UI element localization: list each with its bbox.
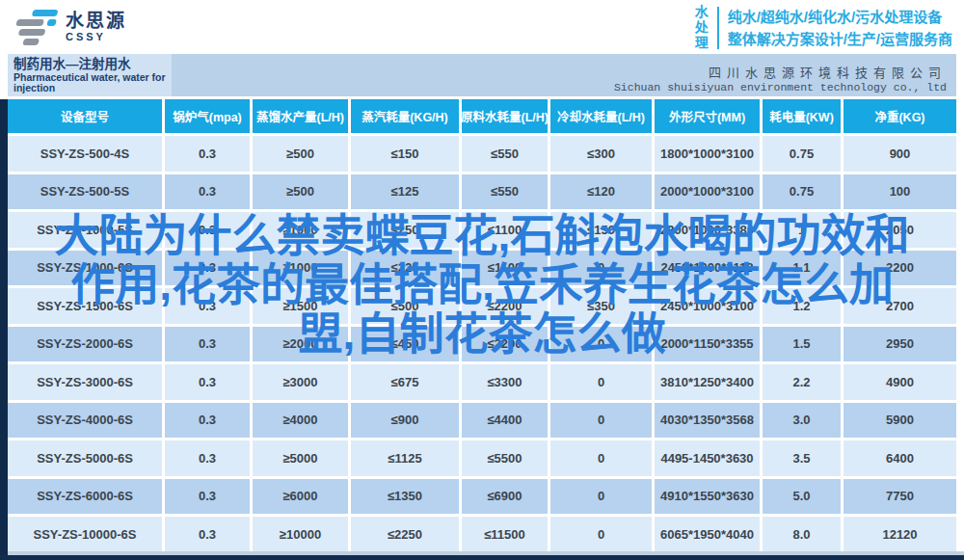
logo-name-en: CSSY bbox=[66, 32, 126, 42]
table-row-6-cell-2: ≥3000 bbox=[253, 364, 348, 400]
table-row-10-cell-5: 0 bbox=[550, 517, 652, 552]
section-info-bar: 制药用水—注射用水 Pharmaceutical water, water fo… bbox=[8, 54, 956, 96]
table-row-0-cell-5: ≤300 bbox=[550, 136, 652, 172]
table-row-0-cell-6: 1800*1000*3100 bbox=[655, 136, 760, 172]
table-row-9-cell-1: 0.3 bbox=[165, 479, 250, 515]
table-row-8-cell-7: 3.5 bbox=[763, 440, 841, 476]
tagline-vertical-label: 水处理 bbox=[693, 5, 709, 51]
table-row-6-cell-8: 4900 bbox=[844, 364, 956, 400]
table-row-7-cell-1: 0.3 bbox=[165, 403, 250, 439]
header-cell-0: 设备型号 bbox=[8, 99, 162, 133]
tagline-divider bbox=[717, 7, 719, 49]
table-row-9-cell-2: ≥6000 bbox=[253, 479, 348, 515]
tagline-line-2: 整体解决方案设计/生产/运营服务商 bbox=[728, 30, 952, 48]
table-row-6-cell-5: 0 bbox=[550, 364, 652, 400]
table-row-6-cell-6: 3810*1250*3400 bbox=[655, 364, 760, 400]
logo-text-block: 水思源 CSSY bbox=[66, 12, 126, 42]
logo-name-cn: 水思源 bbox=[66, 12, 126, 30]
tagline-line-1: 纯水/超纯水/纯化水/污水处理设备 bbox=[728, 8, 952, 26]
table-row-8-cell-4: ≤5500 bbox=[462, 440, 548, 476]
table-row-0-cell-7: 0.75 bbox=[763, 136, 841, 172]
table-row-7-cell-7: 3.0 bbox=[763, 403, 841, 439]
table-row-1-cell-2: ≥500 bbox=[253, 174, 348, 210]
section-title-en: Pharmaceutical water, water for injectio… bbox=[13, 72, 166, 93]
header-cell-4: 原料水耗量(L/H) bbox=[462, 99, 548, 133]
table-row-0-cell-1: 0.3 bbox=[165, 136, 250, 172]
table-row-1-cell-5: ≤120 bbox=[550, 174, 652, 210]
company-name-block: 四川水思源环境科技有限公司 Sichuan shuisiyuan environ… bbox=[614, 66, 947, 94]
table-row-10-cell-2: ≥10000 bbox=[253, 517, 348, 552]
table-row-1-cell-3: ≤125 bbox=[351, 174, 459, 210]
table-row-8-cell-1: 0.3 bbox=[165, 440, 250, 476]
header-cell-2: 蒸馏水产量(L/H) bbox=[253, 99, 348, 133]
company-name-cn: 四川水思源环境科技有限公司 bbox=[614, 66, 947, 81]
table-row-9-cell-4: ≤6900 bbox=[462, 479, 548, 515]
table-row-9-cell-6: 4910*1550*3630 bbox=[655, 479, 760, 515]
table-row-0-cell-0: SSY-ZS-500-4S bbox=[8, 136, 162, 172]
table-row-6-cell-0: SSY-ZS-3000-6S bbox=[8, 364, 162, 400]
table-row-10-cell-7: 8.0 bbox=[763, 517, 841, 552]
table-row-10-cell-0: SSY-ZS-10000-6S bbox=[8, 517, 162, 552]
table-row-7-cell-3: ≤900 bbox=[351, 403, 459, 439]
page-bottom-border bbox=[0, 555, 964, 560]
brand-bar: 水思源 CSSY 水处理 纯水/超纯水/纯化水/污水处理设备 整体解决方案设计/… bbox=[0, 0, 964, 54]
table-row-7-cell-5: 0 bbox=[550, 403, 652, 439]
table-row-9-cell-8: 7750 bbox=[844, 479, 956, 515]
table-row-7-cell-6: 4030*1350*3568 bbox=[655, 403, 760, 439]
table-row-0-cell-8: 900 bbox=[844, 136, 956, 172]
overlay-line-3: 盟,自制花茶怎么做 bbox=[0, 309, 964, 359]
table-row-7-cell-8: 5900 bbox=[844, 403, 956, 439]
overlay-line-2: 作用,花茶的最佳搭配,笠禾养生花茶怎么加 bbox=[0, 260, 964, 309]
table-row-8-cell-5: 0 bbox=[550, 440, 652, 476]
header-cell-1: 锅炉气(mpa) bbox=[165, 99, 250, 133]
table-row-1-cell-0: SSY-ZS-500-5S bbox=[8, 174, 162, 210]
table-row-8-cell-2: ≥5000 bbox=[253, 440, 348, 476]
tagline-lines: 纯水/超纯水/纯化水/污水处理设备 整体解决方案设计/生产/运营服务商 bbox=[728, 8, 952, 48]
overlay-line-1: 大陆为什么禁卖蝶豆花,石斛泡水喝的功效和 bbox=[0, 211, 964, 260]
table-row-10-cell-6: 6065*1950*4040 bbox=[655, 517, 760, 552]
brand-tagline: 水处理 纯水/超纯水/纯化水/污水处理设备 整体解决方案设计/生产/运营服务商 bbox=[693, 5, 952, 51]
table-row-7-cell-2: ≥4000 bbox=[253, 403, 348, 439]
table-row-0-cell-3: ≤150 bbox=[351, 136, 459, 172]
table-row-8-cell-3: ≤1125 bbox=[351, 440, 459, 476]
header-cell-8: 净重(KG) bbox=[844, 99, 956, 133]
table-row-9-cell-3: ≤1350 bbox=[351, 479, 459, 515]
table-row-1-cell-8: 100 bbox=[844, 174, 956, 210]
table-row-10-cell-3: ≤2250 bbox=[351, 517, 459, 552]
table-row-8-cell-8: 6400 bbox=[844, 440, 956, 476]
table-row-9-cell-5: 0 bbox=[550, 479, 652, 515]
table-row-8-cell-6: 4495-1450*3630 bbox=[655, 440, 760, 476]
table-row-1-cell-7: 0.75 bbox=[763, 174, 841, 210]
table-row-0-cell-4: ≤550 bbox=[462, 136, 548, 172]
company-logo: 水思源 CSSY bbox=[13, 7, 126, 47]
page: 水思源 CSSY 水处理 纯水/超纯水/纯化水/污水处理设备 整体解决方案设计/… bbox=[0, 0, 964, 560]
table-row-6-cell-4: ≤3300 bbox=[462, 364, 548, 400]
table-row-1-cell-6: 2000*1000*3100 bbox=[655, 174, 760, 210]
table-row-1-cell-1: 0.3 bbox=[165, 174, 250, 210]
header-cell-3: 蒸汽耗量(KG/H) bbox=[351, 99, 459, 133]
table-row-0-cell-2: ≥500 bbox=[253, 136, 348, 172]
table-row-9-cell-7: 5.0 bbox=[763, 479, 841, 515]
section-title-box: 制药用水—注射用水 Pharmaceutical water, water fo… bbox=[8, 54, 172, 96]
table-row-8-cell-0: SSY-ZS-5000-6S bbox=[8, 440, 162, 476]
section-title-cn: 制药用水—注射用水 bbox=[13, 57, 166, 71]
table-row-7-cell-0: SSY-ZS-4000-6S bbox=[8, 403, 162, 439]
table-row-6-cell-1: 0.3 bbox=[165, 364, 250, 400]
header-cell-7: 耗电量(KW) bbox=[763, 99, 841, 133]
header-cell-5: 冷却水耗量(L/H) bbox=[550, 99, 652, 133]
table-row-10-cell-8: 12120 bbox=[844, 517, 956, 552]
table-row-10-cell-4: ≤11500 bbox=[462, 517, 548, 552]
table-row-10-cell-1: 0.3 bbox=[165, 517, 250, 552]
table-row-6-cell-7: 2.2 bbox=[763, 364, 841, 400]
table-row-1-cell-4: ≤550 bbox=[462, 174, 548, 210]
table-row-7-cell-4: ≤4400 bbox=[462, 403, 548, 439]
watermark-overlay-text: 大陆为什么禁卖蝶豆花,石斛泡水喝的功效和 作用,花茶的最佳搭配,笠禾养生花茶怎么… bbox=[0, 211, 964, 359]
company-name-en: Sichuan shuisiyuan environment technolog… bbox=[614, 81, 947, 94]
table-row-6-cell-3: ≤675 bbox=[351, 364, 459, 400]
header-cell-6: 外形尺寸(MM) bbox=[655, 99, 760, 133]
cssy-logo-icon bbox=[9, 7, 63, 47]
table-row-9-cell-0: SSY-ZS-6000-6S bbox=[8, 479, 162, 515]
